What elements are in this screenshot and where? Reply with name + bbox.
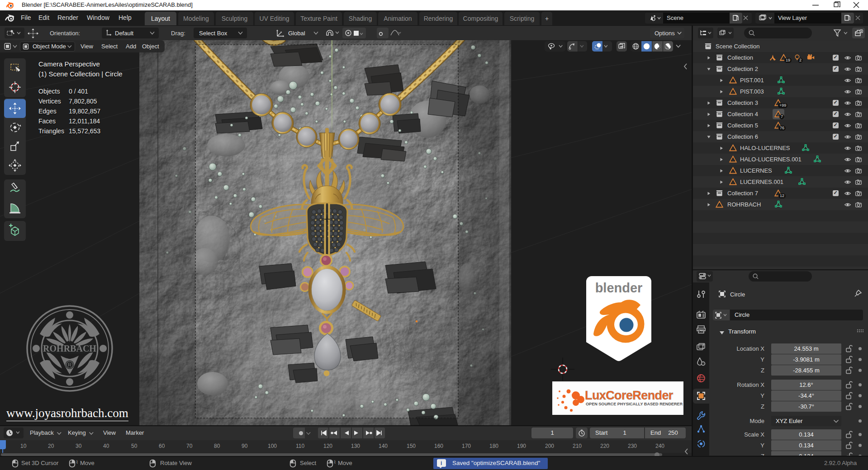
svg-text:R: R [68, 362, 71, 367]
svg-text:ROHRBACH: ROHRBACH [43, 343, 96, 353]
svg-text:OPEN SOURCE PHYSICALLY BASED R: OPEN SOURCE PHYSICALLY BASED RENDERER [586, 402, 683, 406]
svg-text:LuxCoreRender: LuxCoreRender [585, 389, 674, 402]
svg-text:blender: blender [595, 281, 643, 295]
